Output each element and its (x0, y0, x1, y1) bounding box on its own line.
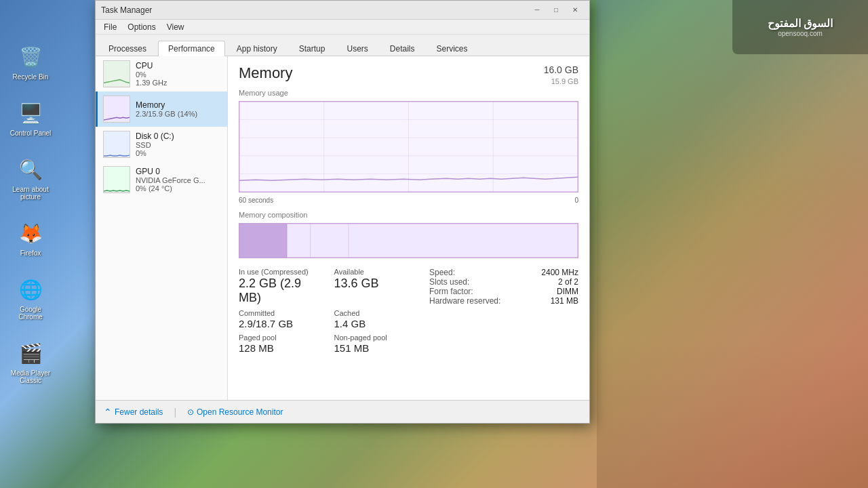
menu-file[interactable]: File (98, 21, 122, 33)
non-paged-value: 151 MB (334, 342, 416, 354)
paged-label: Paged pool (239, 333, 321, 342)
memory-label: Memory 2.3/15.9 GB (14%) (136, 100, 222, 118)
committed-label: Committed (239, 309, 321, 317)
desktop-icon-control-panel[interactable]: 🖥️ Control Panel (7, 97, 54, 140)
bottom-separator: | (174, 407, 176, 418)
tab-details[interactable]: Details (380, 41, 425, 56)
chrome-icon: 🌐 (17, 276, 44, 303)
desktop-icon-media-player[interactable]: 🎬 Media Player Classic (4, 337, 57, 387)
stats-right: Speed: 2400 MHz Slots used: 2 of 2 Form … (429, 268, 578, 354)
sidebar-item-cpu[interactable]: CPU 0% 1.39 GHz (96, 56, 227, 92)
svg-rect-2 (104, 131, 130, 157)
learn-label: Learn about picture (7, 186, 54, 201)
menu-bar: File Options View (96, 20, 589, 35)
tab-app-history[interactable]: App history (226, 41, 288, 56)
svg-rect-12 (239, 224, 287, 258)
recycle-bin-icon: 🗑️ (17, 43, 44, 70)
stat-cached: Cached 1.4 GB (334, 309, 416, 329)
bottom-bar: ⌃ Fewer details | ⊙ Open Resource Monito… (96, 400, 589, 423)
desktop-icon-chrome[interactable]: 🌐 Google Chrome (4, 273, 57, 323)
svg-rect-3 (104, 166, 130, 192)
desktop-icons: 🗑️ Recycle Bin 🖥️ Control Panel 🔍 Learn … (0, 0, 61, 488)
hw-reserved-value: 131 MB (551, 296, 578, 306)
stat-committed: Committed 2.9/18.7 GB (239, 309, 321, 329)
gpu-detail1: NVIDIA GeForce G... (136, 176, 222, 184)
memory-details-panel: Memory 16.0 GB 15.9 GB Memory usage (228, 56, 589, 400)
control-panel-icon: 🖥️ (17, 100, 44, 127)
panel-header: Memory 16.0 GB 15.9 GB (239, 64, 578, 86)
logo-area: السوق المفتوح opensooq.com (732, 0, 868, 54)
in-use-label: In use (Compressed) (239, 268, 321, 276)
graph-right-label: 0 (574, 197, 578, 204)
paged-value: 128 MB (239, 342, 321, 354)
cpu-label: CPU 0% 1.39 GHz (136, 61, 222, 87)
chevron-up-icon: ⌃ (104, 407, 112, 418)
sidebar-item-disk[interactable]: Disk 0 (C:) SSD 0% (96, 127, 227, 162)
firefox-label: Firefox (20, 249, 41, 257)
desktop-icon-recycle-bin[interactable]: 🗑️ Recycle Bin (10, 41, 52, 83)
speed-label: Speed: (429, 268, 455, 277)
logo-main-text: السوق المفتوح (768, 17, 833, 30)
gpu-name: GPU 0 (136, 167, 222, 176)
media-player-label: Media Player Classic (7, 369, 54, 384)
memory-composition-bar (239, 223, 578, 258)
disk-mini-graph (103, 131, 130, 158)
sidebar-item-memory[interactable]: Memory 2.3/15.9 GB (14%) (96, 92, 227, 127)
monitor-icon: ⊙ (187, 407, 194, 417)
stats-grid: In use (Compressed) 2.2 GB (2.9 MB) Avai… (239, 268, 416, 354)
desktop-icon-firefox[interactable]: 🦊 Firefox (14, 217, 47, 260)
svg-rect-14 (288, 224, 578, 258)
menu-options[interactable]: Options (122, 21, 161, 33)
fewer-details-button[interactable]: ⌃ Fewer details (104, 407, 163, 418)
title-bar-controls: ─ □ ✕ (528, 4, 584, 16)
committed-value: 2.9/18.7 GB (239, 318, 321, 329)
sidebar-item-gpu[interactable]: GPU 0 NVIDIA GeForce G... 0% (24 °C) (96, 162, 227, 197)
memory-mini-graph (103, 96, 130, 123)
maximize-button[interactable]: □ (547, 4, 565, 16)
graph-left-label: 60 seconds (239, 197, 273, 204)
cpu-mini-graph (103, 60, 130, 87)
speed-value: 2400 MHz (541, 268, 578, 277)
form-value: DIMM (557, 287, 578, 296)
tab-startup[interactable]: Startup (289, 41, 336, 56)
desktop-icon-learn[interactable]: 🔍 Learn about picture (4, 153, 57, 203)
open-resource-monitor-button[interactable]: ⊙ Open Resource Monitor (187, 407, 283, 417)
gpu-mini-graph (103, 166, 130, 193)
sidebar: CPU 0% 1.39 GHz Memory 2.3/15.9 GB (14%) (96, 56, 228, 400)
available-label-top: 15.9 GB (551, 77, 578, 85)
firefox-icon: 🦊 (17, 220, 44, 247)
in-use-value: 2.2 GB (2.9 MB) (239, 277, 321, 305)
disk-detail2: 0% (136, 149, 222, 157)
memory-detail1: 2.3/15.9 GB (14%) (136, 110, 222, 118)
disk-name: Disk 0 (C:) (136, 131, 222, 141)
close-button[interactable]: ✕ (566, 4, 584, 16)
slots-row: Slots used: 2 of 2 (429, 277, 578, 287)
logo-sub-text: opensooq.com (778, 30, 823, 37)
tab-services[interactable]: Services (427, 41, 478, 56)
hw-reserved-label: Hardware reserved: (429, 296, 500, 306)
stat-in-use: In use (Compressed) 2.2 GB (2.9 MB) (239, 268, 321, 305)
tab-performance[interactable]: Performance (158, 41, 225, 56)
menu-view[interactable]: View (161, 21, 190, 33)
cpu-detail1: 0% (136, 70, 222, 79)
minimize-button[interactable]: ─ (528, 4, 546, 16)
tab-processes[interactable]: Processes (98, 41, 157, 56)
panel-total: 16.0 GB 15.9 GB (544, 64, 578, 86)
panel-title: Memory (239, 64, 292, 82)
hw-reserved-row: Hardware reserved: 131 MB (429, 296, 578, 306)
cpu-detail2: 1.39 GHz (136, 79, 222, 87)
stats-section: In use (Compressed) 2.2 GB (2.9 MB) Avai… (239, 268, 578, 354)
slots-value: 2 of 2 (558, 277, 578, 287)
title-bar: Task Manager ─ □ ✕ (96, 1, 589, 20)
graph-time-labels: 60 seconds 0 (239, 197, 578, 204)
desktop-wallpaper-right (597, 0, 868, 488)
stat-non-paged: Non-paged pool 151 MB (334, 333, 416, 354)
tab-users[interactable]: Users (336, 41, 378, 56)
disk-detail1: SSD (136, 141, 222, 149)
disk-label: Disk 0 (C:) SSD 0% (136, 131, 222, 157)
learn-icon: 🔍 (17, 156, 44, 183)
usage-label: Memory usage (239, 89, 578, 97)
main-content: CPU 0% 1.39 GHz Memory 2.3/15.9 GB (14%) (96, 56, 589, 400)
available-label: Available (334, 268, 416, 276)
fewer-details-label: Fewer details (115, 407, 163, 417)
